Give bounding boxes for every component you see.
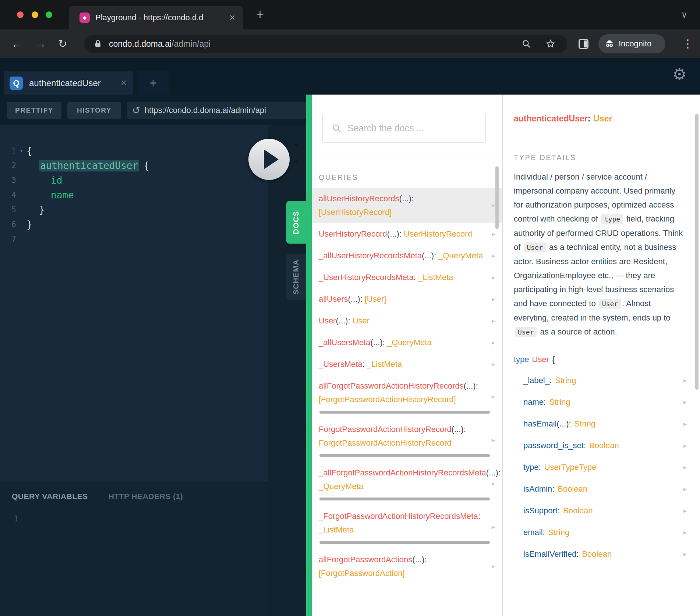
window-close-button[interactable]	[17, 11, 24, 18]
tab-search-chevron-icon[interactable]: ∨	[681, 10, 687, 19]
type-field-row[interactable]: isSupport:Boolean ▸	[523, 500, 687, 521]
chevron-right-icon: ▸	[492, 339, 495, 346]
type-field-row[interactable]: type:UserTypeType ▸	[523, 456, 687, 478]
forward-button[interactable]: →	[35, 38, 46, 50]
playground-tab-close-icon[interactable]: ×	[121, 78, 127, 88]
settings-gear-icon[interactable]: ⚙	[672, 66, 687, 82]
chevron-right-icon: ▸	[492, 318, 495, 324]
query-args: (...)	[399, 194, 411, 203]
execute-query-button[interactable]	[248, 139, 290, 180]
operation-caret-icon[interactable]: ▾	[294, 159, 297, 164]
horizontal-scrollbar[interactable]	[319, 454, 490, 457]
horizontal-scrollbar[interactable]	[319, 498, 490, 500]
docs-side-tab[interactable]: DOCS	[286, 201, 306, 244]
query-name: _allUserHistoryRecordsMeta	[319, 251, 422, 260]
endpoint-input[interactable]: ↺ https://condo.d.doma.ai/admin/api	[127, 102, 306, 119]
docs-scrollbar[interactable]	[495, 166, 499, 229]
field-name: isSupport	[523, 506, 558, 515]
chevron-right-icon: ▸	[683, 507, 687, 514]
playground-new-tab-button[interactable]: +	[138, 71, 169, 95]
reset-endpoint-icon[interactable]: ↺	[132, 106, 140, 115]
field-args: (...)	[556, 419, 569, 428]
docs-search-input[interactable]	[347, 123, 473, 134]
type-details-panel: authenticatedUser:User TYPE DETAILS Indi…	[503, 95, 700, 616]
code-line: 3 id	[0, 173, 268, 188]
url-text: condo.d.doma.ai/admin/api	[109, 39, 211, 49]
zoom-icon[interactable]	[522, 39, 531, 50]
query-item[interactable]: User(...): User ▸	[312, 310, 502, 332]
browser-menu-icon[interactable]: ⋮	[682, 38, 693, 49]
horizontal-scrollbar[interactable]	[319, 541, 490, 544]
type-keyword: type	[514, 355, 529, 364]
details-scrollbar[interactable]	[695, 114, 699, 390]
query-args: (...)	[486, 468, 498, 477]
playground-tab[interactable]: Q authenticatedUser ×	[4, 71, 133, 95]
new-tab-button[interactable]: +	[256, 8, 264, 21]
query-item[interactable]: allForgotPasswordActionHistoryRecords(..…	[312, 375, 502, 418]
query-variables-tab[interactable]: QUERY VARIABLES	[12, 492, 88, 501]
lock-icon[interactable]	[93, 39, 102, 48]
incognito-icon	[604, 39, 615, 49]
type-field-row[interactable]: hasEmail(...):String ▸	[523, 413, 687, 435]
history-button[interactable]: HISTORY	[67, 102, 121, 119]
type-field-row[interactable]: email:String ▸	[523, 521, 687, 543]
code-token: }	[26, 217, 32, 232]
type-field-row[interactable]: isEmailVerified:Boolean ▸	[523, 543, 687, 565]
code-line: 1 ▾ {	[0, 144, 268, 158]
back-button[interactable]: ←	[11, 38, 23, 50]
query-item[interactable]: _ForgotPasswordActionHistoryRecordsMeta:…	[312, 505, 502, 549]
window-zoom-button[interactable]	[46, 11, 52, 18]
type-field-row[interactable]: _label_:String ▸	[523, 369, 687, 391]
type-field-row[interactable]: isAdmin:Boolean ▸	[523, 478, 687, 500]
query-name: ForgotPasswordActionHistoryRecord	[319, 425, 452, 434]
bookmark-star-icon[interactable]	[546, 39, 555, 50]
operation-caret-icon[interactable]: ▾	[294, 142, 297, 148]
schema-side-tab[interactable]: SCHEMA	[286, 254, 306, 300]
incognito-badge: Incognito	[598, 34, 665, 53]
field-type: UserTypeType	[544, 463, 597, 472]
window-minimize-button[interactable]	[32, 11, 38, 18]
field-type: String	[555, 376, 576, 385]
horizontal-scrollbar[interactable]	[319, 411, 490, 414]
url-path: /admin/api	[172, 39, 211, 49]
inline-code: User	[524, 242, 545, 252]
query-item[interactable]: ForgotPasswordActionHistoryRecord(...): …	[312, 418, 502, 462]
query-item[interactable]: _allUserHistoryRecordsMeta(...): _QueryM…	[312, 245, 502, 266]
query-args: (...)	[387, 229, 399, 238]
query-item[interactable]: UserHistoryRecord(...): UserHistoryRecor…	[312, 223, 502, 245]
field-name: type	[523, 463, 539, 472]
type-declaration: typeUser{	[514, 355, 700, 364]
query-editor[interactable]: 1 ▾ { 2 authenticatedUser{ 3 id 4	[0, 125, 268, 482]
details-header: authenticatedUser:User	[503, 95, 700, 135]
query-colon: :	[478, 511, 480, 521]
playground-tab-title: authenticatedUser	[29, 78, 121, 88]
browser-tab[interactable]: ◆ Playground - https://condo.d.d ×	[69, 6, 243, 29]
http-headers-tab[interactable]: HTTP HEADERS (1)	[109, 492, 183, 501]
query-item[interactable]: allUsers(...): [User] ▸	[312, 288, 502, 310]
query-item[interactable]: _UsersMeta: _ListMeta ▸	[312, 353, 502, 375]
url-host: condo.d.doma.ai	[109, 39, 172, 49]
chevron-right-icon: ▸	[683, 464, 687, 471]
query-item[interactable]: allUserHistoryRecords(...): [UserHistory…	[312, 188, 502, 223]
pane-divider[interactable]	[306, 95, 312, 616]
graphql-playground: ⚙ Q authenticatedUser × + PRETTIFY HISTO…	[0, 58, 700, 616]
type-field-row[interactable]: password_is_set:Boolean ▸	[523, 435, 687, 456]
query-item[interactable]: _allForgotPasswordActionHistoryRecordsMe…	[312, 462, 502, 505]
side-panel-icon[interactable]	[579, 39, 588, 49]
prettify-button[interactable]: PRETTIFY	[7, 102, 61, 119]
type-field-row[interactable]: name:String ▸	[523, 391, 687, 413]
query-item[interactable]: _allUsersMeta(...): _QueryMeta ▸	[312, 332, 502, 353]
reload-button[interactable]: ↻	[58, 39, 67, 49]
playground-favicon-icon: ◆	[79, 13, 90, 23]
query-item[interactable]: allForgotPasswordActions(...): [ForgotPa…	[312, 549, 502, 584]
query-name: _allUsersMeta	[319, 338, 371, 347]
type-fields: _label_:String ▸ name:String ▸ hasEmail(…	[503, 369, 700, 565]
fold-caret-icon[interactable]: ▾	[16, 144, 26, 158]
tab-close-icon[interactable]: ×	[229, 13, 235, 23]
query-colon: :	[399, 229, 402, 238]
type-name: User	[532, 355, 549, 364]
address-bar[interactable]: condo.d.doma.ai/admin/api	[84, 35, 567, 53]
query-type: _QueryMeta	[438, 251, 483, 260]
query-item[interactable]: _UserHistoryRecordsMeta: _ListMeta ▸	[312, 266, 502, 288]
field-name: email	[523, 528, 543, 537]
